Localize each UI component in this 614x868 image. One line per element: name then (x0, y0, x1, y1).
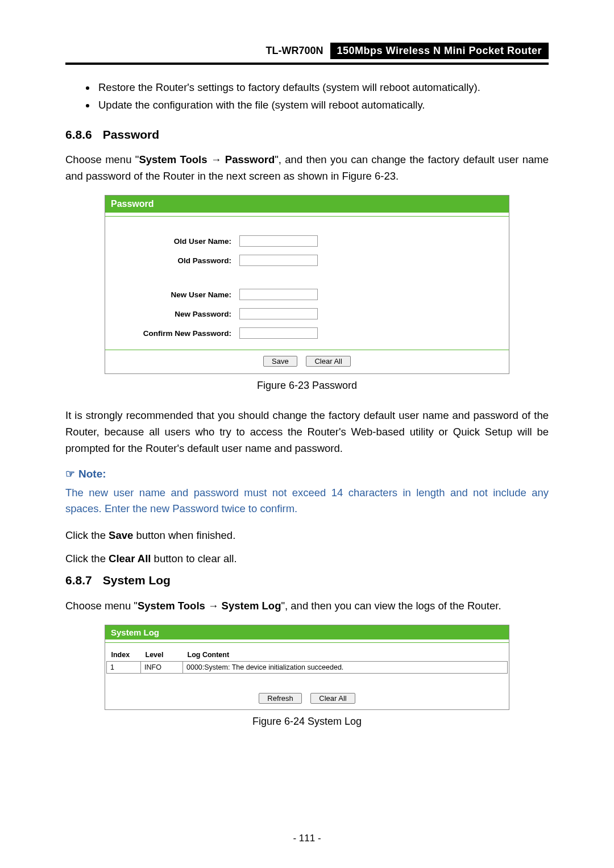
syslog-button-row: Refresh Clear All (105, 674, 509, 709)
menu-path-item: System Log (222, 600, 281, 612)
syslog-intro-paragraph: Choose menu "System Tools → System Log",… (65, 598, 549, 614)
clear-all-button[interactable]: Clear All (310, 693, 355, 704)
section-heading-password: 6.8.6 Password (65, 128, 549, 142)
input-new-password[interactable] (239, 308, 318, 319)
panel-separator (105, 642, 509, 643)
text: Click the (65, 529, 109, 541)
label-confirm-password: Confirm New Password: (111, 329, 239, 338)
row-old-password: Old Password: (111, 251, 503, 270)
figure-caption-23: Figure 6-23 Password (65, 380, 549, 392)
section-title: Password (103, 128, 159, 141)
note-body: The new user name and password must not … (65, 485, 549, 517)
input-confirm-password[interactable] (239, 327, 318, 339)
text: Choose menu " (65, 600, 138, 612)
note-heading: ☞Note: (65, 467, 549, 480)
save-button[interactable]: Save (263, 356, 297, 367)
menu-path-item: System Tools (139, 153, 207, 165)
page-number: - 111 - (0, 833, 614, 844)
form-gap (111, 270, 503, 285)
password-button-row: Save Clear All (105, 350, 509, 373)
clear-all-button[interactable]: Clear All (306, 356, 350, 367)
password-panel: Password Old User Name: Old Password: Ne… (105, 195, 509, 374)
label-old-username: Old User Name: (111, 237, 239, 246)
label-old-password: Old Password: (111, 256, 239, 265)
label-new-password: New Password: (111, 310, 239, 318)
row-new-password: New Password: (111, 304, 503, 323)
password-intro-paragraph: Choose menu "System Tools → Password", a… (65, 152, 549, 184)
figure-caption-24: Figure 6-24 System Log (65, 716, 549, 728)
save-button-reference: Save (109, 529, 133, 541)
section-title: System Log (103, 574, 171, 587)
text: ", and then you can view the logs of the… (281, 600, 501, 612)
save-instruction: Click the Save button when finished. (65, 528, 549, 544)
label-new-username: New User Name: (111, 290, 239, 299)
input-new-username[interactable] (239, 289, 318, 300)
panel-title: Password (105, 196, 509, 213)
page-header-row: TL-WR700N 150Mbps Wireless N Mini Pocket… (65, 43, 549, 59)
section-number: 6.8.6 (65, 128, 99, 142)
continuation-bullet-list: Restore the Router's settings to factory… (65, 78, 549, 114)
password-form: Old User Name: Old Password: New User Na… (105, 217, 509, 350)
clear-button-reference: Clear All (109, 553, 151, 564)
input-old-password[interactable] (239, 255, 318, 266)
col-index: Index (107, 649, 141, 662)
text: button when finished. (133, 529, 235, 541)
header-model: TL-WR700N (259, 43, 330, 59)
text: Choose menu " (65, 153, 139, 165)
pointing-hand-icon: ☞ (65, 468, 75, 480)
bullet-item: Restore the Router's settings to factory… (96, 78, 549, 96)
col-content: Log Content (183, 649, 508, 662)
text: button to clear all. (151, 553, 237, 564)
col-level: Level (141, 649, 183, 662)
page-header: TL-WR700N 150Mbps Wireless N Mini Pocket… (65, 43, 549, 65)
table-header-row: Index Level Log Content (107, 649, 508, 662)
section-heading-syslog: 6.8.7 System Log (65, 574, 549, 587)
refresh-button[interactable]: Refresh (259, 693, 302, 704)
password-notice: It is strongly recommended that you shou… (65, 408, 549, 456)
clear-instruction: Click the Clear All button to clear all. (65, 551, 549, 567)
arrow-icon: → (208, 600, 219, 612)
syslog-table: Index Level Log Content 1 INFO 0000:Syst… (106, 649, 508, 674)
menu-path-item: System Tools (138, 600, 205, 612)
text: Click the (65, 553, 109, 564)
table-row: 1 INFO 0000:System: The device initializ… (107, 662, 508, 674)
input-old-username[interactable] (239, 235, 318, 247)
section-number: 6.8.7 (65, 574, 99, 587)
arrow-icon: → (211, 153, 222, 165)
note-label: Note: (78, 468, 106, 480)
header-description: 150Mbps Wireless N Mini Pocket Router (330, 43, 549, 59)
page-root: TL-WR700N 150Mbps Wireless N Mini Pocket… (0, 0, 614, 868)
cell-level: INFO (141, 662, 183, 674)
row-new-username: New User Name: (111, 285, 503, 304)
panel-title: System Log (105, 625, 509, 639)
row-old-username: Old User Name: (111, 231, 503, 251)
menu-path-item: Password (225, 153, 275, 165)
bullet-item: Update the configuration with the file (… (96, 96, 549, 114)
cell-content: 0000:System: The device initialization s… (183, 662, 508, 674)
row-confirm-password: Confirm New Password: (111, 323, 503, 343)
cell-index: 1 (107, 662, 141, 674)
syslog-panel: System Log Index Level Log Content 1 INF… (105, 625, 509, 710)
